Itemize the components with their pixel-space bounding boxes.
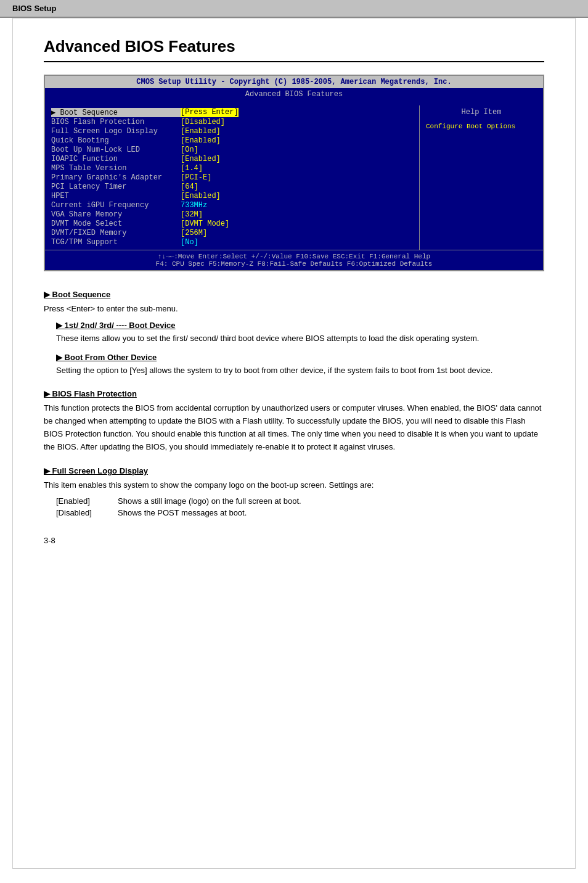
option-key: [Enabled] xyxy=(56,496,118,506)
subsection-body-boot-other: Setting the option to [Yes] allows the s… xyxy=(56,364,544,377)
option-value: Shows a still image (logo) on the full s… xyxy=(118,496,544,506)
bios-row[interactable]: VGA Share Memory[32M] xyxy=(51,210,413,219)
bios-help-title: Help Item xyxy=(426,108,537,117)
bios-row[interactable]: IOAPIC Function[Enabled] xyxy=(51,155,413,163)
bios-row-value: [64] xyxy=(181,183,198,191)
bios-row-label: Current iGPU Frequency xyxy=(51,201,181,210)
bios-footer: ↑↓→←:Move Enter:Select +/-/:Value F10:Sa… xyxy=(45,250,543,270)
option-value: Shows the POST messages at boot. xyxy=(118,508,544,517)
section-full-screen-logo: ▶ Full Screen Logo DisplayThis item enab… xyxy=(44,466,544,518)
bios-row-label: Quick Booting xyxy=(51,136,181,145)
bios-row-value: [PCI-E] xyxy=(181,173,211,182)
bios-row-label: TCG/TPM Support xyxy=(51,238,181,247)
bios-row-value: 733MHz xyxy=(181,201,207,210)
bios-help-desc: Configure Boot Options xyxy=(426,123,537,130)
bios-row-value: [On] xyxy=(181,146,198,154)
bios-row-label: IOAPIC Function xyxy=(51,155,181,163)
section-title-bios-flash: ▶ BIOS Flash Protection xyxy=(44,389,544,398)
subsection-body-boot-device: These items allow you to set the first/ … xyxy=(56,332,544,345)
section-body-bios-flash: This function protects the BIOS from acc… xyxy=(44,402,544,453)
bios-row-value: [Enabled] xyxy=(181,136,221,145)
bios-row-label: Full Screen Logo Display xyxy=(51,127,181,136)
bios-row-label: ▶ Boot Sequence xyxy=(51,108,181,117)
bios-left-panel: ▶ Boot Sequence[Press Enter]BIOS Flash P… xyxy=(45,105,420,250)
bios-row-label: BIOS Flash Protection xyxy=(51,118,181,126)
bios-right-panel: Help Item Configure Boot Options xyxy=(420,105,543,250)
bios-row[interactable]: DVMT Mode Select[DVMT Mode] xyxy=(51,220,413,228)
documentation-sections: ▶ Boot SequencePress <Enter> to enter th… xyxy=(44,290,544,517)
section-bios-flash: ▶ BIOS Flash ProtectionThis function pro… xyxy=(44,389,544,453)
page-title: Advanced BIOS Features xyxy=(44,37,544,62)
option-row: [Enabled]Shows a still image (logo) on t… xyxy=(56,496,544,506)
bios-row[interactable]: Quick Booting[Enabled] xyxy=(51,136,413,145)
bios-row-label: DVMT/FIXED Memory xyxy=(51,229,181,237)
bios-row[interactable]: TCG/TPM Support[No] xyxy=(51,238,413,247)
section-boot-sequence: ▶ Boot SequencePress <Enter> to enter th… xyxy=(44,290,544,377)
bios-body: ▶ Boot Sequence[Press Enter]BIOS Flash P… xyxy=(45,101,543,250)
bios-row-value: [DVMT Mode] xyxy=(181,220,229,228)
bios-row-label: Primary Graphic's Adapter xyxy=(51,173,181,182)
section-body-boot-sequence: Press <Enter> to enter the sub-menu. xyxy=(44,303,544,316)
bios-row-label: HPET xyxy=(51,192,181,200)
bios-row[interactable]: Primary Graphic's Adapter[PCI-E] xyxy=(51,173,413,182)
option-table-full-screen-logo: [Enabled]Shows a still image (logo) on t… xyxy=(56,496,544,517)
bios-row-value: [Disabled] xyxy=(181,118,225,126)
bios-row[interactable]: Full Screen Logo Display[Enabled] xyxy=(51,127,413,136)
bios-row[interactable]: BIOS Flash Protection[Disabled] xyxy=(51,118,413,126)
subsection-boot-other: ▶ Boot From Other DeviceSetting the opti… xyxy=(56,353,544,377)
bios-row-label: DVMT Mode Select xyxy=(51,220,181,228)
bios-row[interactable]: Boot Up Num-Lock LED[On] xyxy=(51,146,413,154)
subsection-boot-device: ▶ 1st/ 2nd/ 3rd/ ---- Boot DeviceThese i… xyxy=(56,321,544,345)
bios-row[interactable]: ▶ Boot Sequence[Press Enter] xyxy=(51,108,413,117)
subsection-title-boot-device: ▶ 1st/ 2nd/ 3rd/ ---- Boot Device xyxy=(56,321,544,330)
topbar-label: BIOS Setup xyxy=(12,4,57,13)
bios-screen: CMOS Setup Utility - Copyright (C) 1985-… xyxy=(44,75,544,271)
bios-title-line1: CMOS Setup Utility - Copyright (C) 1985-… xyxy=(45,76,543,88)
bios-row-label: VGA Share Memory xyxy=(51,210,181,219)
bios-row[interactable]: MPS Table Version[1.4] xyxy=(51,164,413,173)
option-key: [Disabled] xyxy=(56,508,118,517)
bios-row[interactable]: HPET[Enabled] xyxy=(51,192,413,200)
bios-footer-line2: F4: CPU Spec F5:Memory-Z F8:Fail-Safe De… xyxy=(51,260,537,268)
top-bar: BIOS Setup xyxy=(0,0,588,18)
bios-row[interactable]: PCI Latency Timer[64] xyxy=(51,183,413,191)
section-title-full-screen-logo: ▶ Full Screen Logo Display xyxy=(44,466,544,475)
bios-row-value: [1.4] xyxy=(181,164,203,173)
section-title-boot-sequence: ▶ Boot Sequence xyxy=(44,290,544,299)
bios-row[interactable]: DVMT/FIXED Memory[256M] xyxy=(51,229,413,237)
main-content: Advanced BIOS Features CMOS Setup Utilit… xyxy=(12,18,576,869)
bios-row[interactable]: Current iGPU Frequency733MHz xyxy=(51,201,413,210)
page-number: 3-8 xyxy=(44,536,544,545)
bios-row-value: [256M] xyxy=(181,229,207,237)
bios-row-value: [No] xyxy=(181,238,198,247)
bios-row-value: [32M] xyxy=(181,210,203,219)
bios-footer-line1: ↑↓→←:Move Enter:Select +/-/:Value F10:Sa… xyxy=(51,253,537,260)
bios-row-label: PCI Latency Timer xyxy=(51,183,181,191)
section-body-full-screen-logo: This item enables this system to show th… xyxy=(44,479,544,492)
bios-row-value: [Enabled] xyxy=(181,127,221,136)
subsection-title-boot-other: ▶ Boot From Other Device xyxy=(56,353,544,362)
bios-row-value: [Enabled] xyxy=(181,192,221,200)
bios-title-line2: Advanced BIOS Features xyxy=(45,88,543,101)
bios-row-label: Boot Up Num-Lock LED xyxy=(51,146,181,154)
bios-row-label: MPS Table Version xyxy=(51,164,181,173)
option-row: [Disabled]Shows the POST messages at boo… xyxy=(56,508,544,517)
bios-row-value: [Press Enter] xyxy=(181,108,239,117)
bios-row-value: [Enabled] xyxy=(181,155,221,163)
